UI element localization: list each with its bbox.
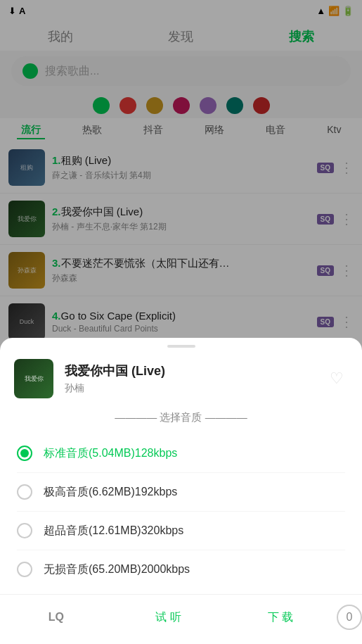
quality-option-1[interactable]: 极高音质(6.62MB)192kbps [17,473,345,512]
bottom-sheet: 我爱你 我爱你中国 (Live) 孙楠 ♡ ———— 选择音质 ———— 标准音… [0,338,362,644]
sheet-song-info: 我爱你中国 (Live) 孙楠 [65,362,314,395]
quality-option-0[interactable]: 标准音质(5.04MB)128kbps [17,434,345,473]
sheet-song-artist: 孙楠 [65,382,314,395]
quality-options: 标准音质(5.04MB)128kbps 极高音质(6.62MB)192kbps … [0,434,362,588]
trial-button[interactable]: 试 听 [112,610,225,625]
sheet-bottom-bar: LQ 试 听 下 载 0 [0,594,362,644]
sheet-handle [167,345,195,348]
download-button[interactable]: 下 载 [224,610,337,625]
radio-unselected-1 [17,484,32,500]
sheet-thumb: 我爱你 [14,359,53,398]
sheet-song-header: 我爱你 我爱你中国 (Live) 孙楠 ♡ [0,352,362,405]
sheet-song-title: 我爱你中国 (Live) [65,362,314,379]
quality-option-3[interactable]: 无损音质(65.20MB)2000kbps [17,550,345,588]
quality-label-3: 无损音质(65.20MB)2000kbps [44,562,190,577]
radio-inner-0 [20,449,29,457]
quality-option-2[interactable]: 超品音质(12.61MB)320kbps [17,512,345,550]
count-label: 0 [347,611,353,624]
quality-label-0: 标准音质(5.04MB)128kbps [44,446,177,461]
radio-selected-0 [17,446,32,461]
quality-title: ———— 选择音质 ———— [0,405,362,434]
count-button[interactable]: 0 [337,605,362,630]
lq-button[interactable]: LQ [0,611,112,624]
radio-unselected-2 [17,523,32,538]
quality-label-1: 极高音质(6.62MB)192kbps [44,485,177,500]
heart-button[interactable]: ♡ [325,367,348,390]
radio-unselected-3 [17,562,32,577]
quality-label-2: 超品音质(12.61MB)320kbps [44,524,183,538]
